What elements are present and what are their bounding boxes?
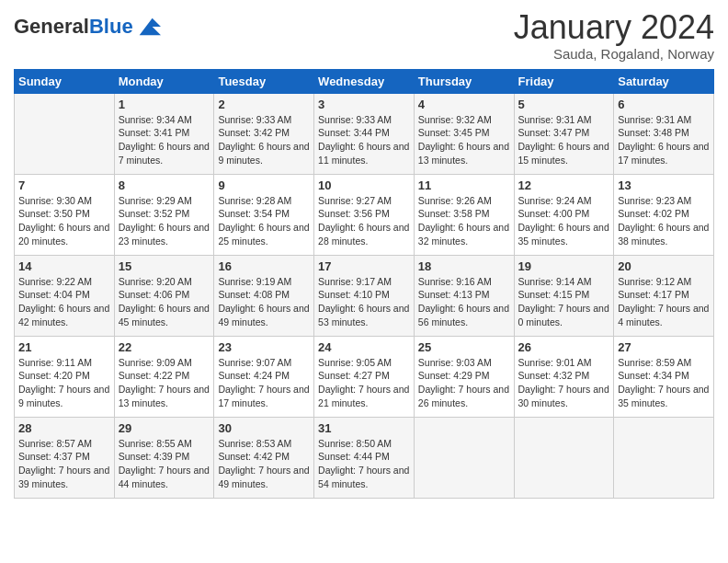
logo-general: General [14, 15, 89, 38]
day-number: 14 [18, 259, 110, 273]
cell-1-1: 8Sunrise: 9:29 AMSunset: 3:52 PMDaylight… [114, 174, 214, 255]
day-info: Sunrise: 9:33 AMSunset: 3:44 PMDaylight:… [318, 113, 410, 167]
day-number: 6 [618, 98, 710, 111]
day-info: Sunrise: 9:16 AMSunset: 4:13 PMDaylight:… [418, 275, 510, 329]
day-info: Sunrise: 9:32 AMSunset: 3:45 PMDaylight:… [418, 113, 510, 167]
day-number: 19 [518, 259, 610, 273]
day-number: 12 [518, 178, 610, 192]
cell-1-4: 11Sunrise: 9:26 AMSunset: 3:58 PMDayligh… [414, 174, 514, 255]
cell-0-1: 1Sunrise: 9:34 AMSunset: 3:41 PMDaylight… [114, 93, 214, 174]
day-number: 8 [119, 178, 210, 192]
day-info: Sunrise: 9:17 AMSunset: 4:10 PMDaylight:… [318, 275, 410, 329]
cell-2-1: 15Sunrise: 9:20 AMSunset: 4:06 PMDayligh… [114, 255, 214, 336]
cell-3-0: 21Sunrise: 9:11 AMSunset: 4:20 PMDayligh… [15, 336, 115, 417]
day-number: 2 [218, 98, 310, 111]
day-info: Sunrise: 9:05 AMSunset: 4:27 PMDaylight:… [318, 356, 410, 410]
day-info: Sunrise: 9:28 AMSunset: 3:54 PMDaylight:… [218, 194, 310, 248]
day-number: 17 [318, 259, 410, 273]
calendar-table: Sunday Monday Tuesday Wednesday Thursday… [14, 69, 714, 499]
day-info: Sunrise: 9:22 AMSunset: 4:04 PMDaylight:… [18, 275, 110, 329]
cell-0-4: 4Sunrise: 9:32 AMSunset: 3:45 PMDaylight… [414, 93, 514, 174]
day-number: 26 [518, 340, 610, 354]
day-info: Sunrise: 8:53 AMSunset: 4:42 PMDaylight:… [218, 437, 310, 491]
svg-marker-0 [139, 18, 160, 36]
day-number: 3 [318, 98, 410, 111]
cell-0-3: 3Sunrise: 9:33 AMSunset: 3:44 PMDaylight… [314, 93, 415, 174]
day-number: 30 [218, 421, 310, 435]
day-info: Sunrise: 9:33 AMSunset: 3:42 PMDaylight:… [218, 113, 310, 167]
day-info: Sunrise: 9:11 AMSunset: 4:20 PMDaylight:… [18, 356, 110, 410]
day-number: 10 [318, 178, 410, 192]
cell-4-0: 28Sunrise: 8:57 AMSunset: 4:37 PMDayligh… [15, 417, 115, 498]
day-info: Sunrise: 9:27 AMSunset: 3:56 PMDaylight:… [318, 194, 410, 248]
cell-1-0: 7Sunrise: 9:30 AMSunset: 3:50 PMDaylight… [15, 174, 115, 255]
col-friday: Friday [514, 69, 614, 93]
col-thursday: Thursday [414, 69, 514, 93]
day-number: 5 [518, 98, 610, 111]
cell-3-1: 22Sunrise: 9:09 AMSunset: 4:22 PMDayligh… [114, 336, 214, 417]
day-number: 1 [119, 98, 210, 111]
day-number: 13 [618, 178, 710, 192]
cell-0-5: 5Sunrise: 9:31 AMSunset: 3:47 PMDaylight… [514, 93, 614, 174]
cell-1-3: 10Sunrise: 9:27 AMSunset: 3:56 PMDayligh… [314, 174, 415, 255]
cell-2-2: 16Sunrise: 9:19 AMSunset: 4:08 PMDayligh… [214, 255, 314, 336]
day-number: 4 [418, 98, 510, 111]
day-info: Sunrise: 9:14 AMSunset: 4:15 PMDaylight:… [518, 275, 610, 329]
cell-4-1: 29Sunrise: 8:55 AMSunset: 4:39 PMDayligh… [114, 417, 214, 498]
logo-blue: Blue [89, 15, 133, 38]
day-number: 23 [218, 340, 310, 354]
day-number: 7 [18, 178, 110, 192]
week-row-4: 21Sunrise: 9:11 AMSunset: 4:20 PMDayligh… [15, 336, 714, 417]
cell-3-4: 25Sunrise: 9:03 AMSunset: 4:29 PMDayligh… [414, 336, 514, 417]
header-row: Sunday Monday Tuesday Wednesday Thursday… [15, 69, 714, 93]
cell-2-0: 14Sunrise: 9:22 AMSunset: 4:04 PMDayligh… [15, 255, 115, 336]
cell-2-4: 18Sunrise: 9:16 AMSunset: 4:13 PMDayligh… [414, 255, 514, 336]
header: GeneralBlue January 2024 Sauda, Rogaland… [14, 9, 714, 62]
day-info: Sunrise: 9:19 AMSunset: 4:08 PMDaylight:… [218, 275, 310, 329]
day-number: 16 [218, 259, 310, 273]
week-row-2: 7Sunrise: 9:30 AMSunset: 3:50 PMDaylight… [15, 174, 714, 255]
cell-3-3: 24Sunrise: 9:05 AMSunset: 4:27 PMDayligh… [314, 336, 415, 417]
day-info: Sunrise: 8:57 AMSunset: 4:37 PMDaylight:… [18, 437, 110, 491]
day-number: 22 [119, 340, 210, 354]
day-info: Sunrise: 9:12 AMSunset: 4:17 PMDaylight:… [618, 275, 710, 329]
cell-0-2: 2Sunrise: 9:33 AMSunset: 3:42 PMDaylight… [214, 93, 314, 174]
page-container: GeneralBlue January 2024 Sauda, Rogaland… [0, 0, 728, 508]
day-info: Sunrise: 8:50 AMSunset: 4:44 PMDaylight:… [318, 437, 410, 491]
day-info: Sunrise: 9:31 AMSunset: 3:47 PMDaylight:… [518, 113, 610, 167]
day-info: Sunrise: 9:23 AMSunset: 4:02 PMDaylight:… [618, 194, 710, 248]
day-number: 9 [218, 178, 310, 192]
logo: GeneralBlue [14, 14, 161, 40]
week-row-3: 14Sunrise: 9:22 AMSunset: 4:04 PMDayligh… [15, 255, 714, 336]
day-info: Sunrise: 9:30 AMSunset: 3:50 PMDaylight:… [18, 194, 110, 248]
cell-3-2: 23Sunrise: 9:07 AMSunset: 4:24 PMDayligh… [214, 336, 314, 417]
day-info: Sunrise: 9:26 AMSunset: 3:58 PMDaylight:… [418, 194, 510, 248]
day-number: 21 [18, 340, 110, 354]
cell-4-2: 30Sunrise: 8:53 AMSunset: 4:42 PMDayligh… [214, 417, 314, 498]
day-number: 25 [418, 340, 510, 354]
cell-4-3: 31Sunrise: 8:50 AMSunset: 4:44 PMDayligh… [314, 417, 415, 498]
week-row-1: 1Sunrise: 9:34 AMSunset: 3:41 PMDaylight… [15, 93, 714, 174]
day-number: 28 [18, 421, 110, 435]
subtitle: Sauda, Rogaland, Norway [514, 46, 714, 62]
cell-1-6: 13Sunrise: 9:23 AMSunset: 4:02 PMDayligh… [614, 174, 714, 255]
day-info: Sunrise: 9:01 AMSunset: 4:32 PMDaylight:… [518, 356, 610, 410]
cell-3-6: 27Sunrise: 8:59 AMSunset: 4:34 PMDayligh… [614, 336, 714, 417]
title-block: January 2024 Sauda, Rogaland, Norway [514, 9, 714, 62]
col-saturday: Saturday [614, 69, 714, 93]
cell-2-6: 20Sunrise: 9:12 AMSunset: 4:17 PMDayligh… [614, 255, 714, 336]
col-sunday: Sunday [15, 69, 115, 93]
day-info: Sunrise: 8:55 AMSunset: 4:39 PMDaylight:… [119, 437, 210, 491]
cell-4-5 [514, 417, 614, 498]
cell-4-4 [414, 417, 514, 498]
cell-0-0 [15, 93, 115, 174]
cell-1-5: 12Sunrise: 9:24 AMSunset: 4:00 PMDayligh… [514, 174, 614, 255]
day-number: 18 [418, 259, 510, 273]
cell-4-6 [614, 417, 714, 498]
day-number: 31 [318, 421, 410, 435]
day-info: Sunrise: 9:24 AMSunset: 4:00 PMDaylight:… [518, 194, 610, 248]
day-info: Sunrise: 9:09 AMSunset: 4:22 PMDaylight:… [119, 356, 210, 410]
day-info: Sunrise: 9:20 AMSunset: 4:06 PMDaylight:… [119, 275, 210, 329]
col-wednesday: Wednesday [314, 69, 415, 93]
day-number: 24 [318, 340, 410, 354]
